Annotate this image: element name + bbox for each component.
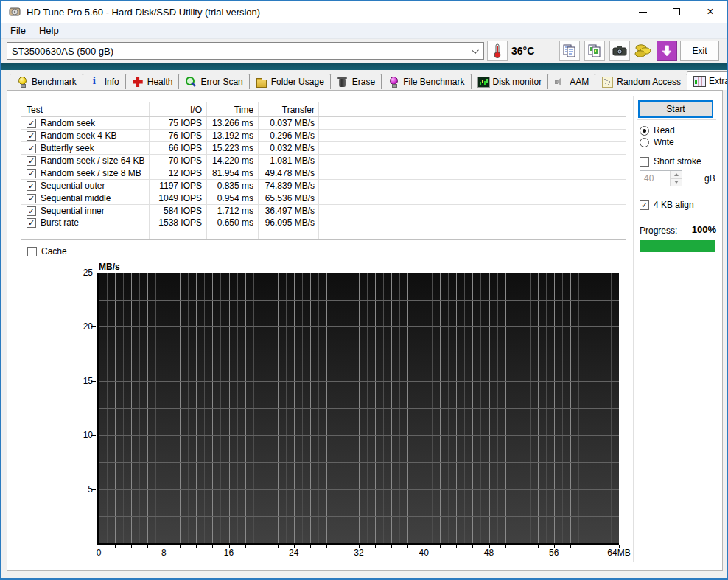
x-tick-mark: [196, 545, 197, 548]
tab-error-scan[interactable]: Error Scan: [178, 74, 249, 89]
copy-image-icon: [587, 43, 602, 58]
purple-lightbulb-icon: [388, 77, 399, 87]
x-tick-mark: [472, 545, 473, 548]
info-icon: [89, 77, 101, 87]
camera-icon: [612, 45, 627, 57]
table-filler-row: [21, 228, 626, 240]
table-chart-icon: [693, 76, 705, 86]
tab-folder-usage[interactable]: Folder Usage: [249, 74, 331, 89]
device-select[interactable]: ST3500630AS (500 gB): [7, 42, 484, 60]
test-transfer: 0.296 MB/s: [259, 130, 319, 141]
copy-text-button[interactable]: [559, 41, 580, 61]
short-stroke-size-stepper[interactable]: 40: [640, 170, 682, 186]
x-tick-mark: [505, 545, 506, 548]
x-tick-label: 24: [281, 548, 307, 558]
x-tick-label: 40: [410, 548, 437, 558]
chevron-down-icon: [472, 46, 479, 54]
test-time: 13.192 ms: [207, 130, 259, 141]
tab-disk-monitor[interactable]: Disk monitor: [471, 74, 549, 89]
tab-erase[interactable]: Erase: [330, 74, 382, 89]
cache-label: Cache: [41, 246, 67, 256]
table-row: ✓Random seek75 IOPS13.266 ms0.037 MB/s: [21, 117, 626, 130]
start-button[interactable]: Start: [638, 100, 713, 118]
read-option: Read: [640, 125, 675, 136]
test-checkbox[interactable]: ✓: [27, 119, 36, 128]
window-controls: ×: [626, 1, 727, 23]
close-button[interactable]: ×: [693, 1, 727, 23]
register-button[interactable]: [633, 41, 654, 61]
y-tick-label: 15: [72, 376, 93, 386]
minimize-button[interactable]: [626, 1, 659, 23]
trash-icon: [337, 77, 349, 87]
menubar: File Help: [1, 23, 727, 39]
test-cell: ✓Butterfly seek: [21, 142, 150, 154]
copy-image-button[interactable]: [584, 41, 605, 61]
test-checkbox[interactable]: ✓: [27, 181, 36, 191]
screenshot-button[interactable]: [609, 41, 630, 61]
speaker-icon: [554, 77, 566, 87]
temperature-button[interactable]: [487, 41, 508, 61]
tab-info[interactable]: Info: [83, 74, 126, 89]
x-tick-mark: [310, 545, 311, 548]
tab-aam[interactable]: AAM: [547, 74, 595, 89]
table-row: ✓Burst rate1538 IOPS0.650 ms96.095 MB/s: [21, 217, 626, 228]
test-checkbox[interactable]: ✓: [27, 169, 36, 178]
test-checkbox[interactable]: ✓: [27, 194, 36, 203]
menu-help[interactable]: Help: [32, 24, 66, 38]
test-time: 14.220 ms: [207, 155, 259, 167]
gridline-h: [99, 381, 619, 382]
save-results-button[interactable]: [657, 41, 677, 61]
tab-random-access[interactable]: Random Access: [595, 74, 687, 89]
test-time: 13.266 ms: [207, 117, 259, 129]
test-checkbox[interactable]: ✓: [27, 218, 36, 228]
folder-icon: [256, 77, 267, 87]
progress-label: Progress:: [640, 226, 677, 236]
x-tick-label: 64MB: [606, 548, 632, 558]
stepper-up-button[interactable]: [671, 171, 682, 178]
x-tick-mark: [229, 545, 230, 548]
read-radio[interactable]: [640, 126, 649, 136]
close-icon: ×: [707, 6, 713, 18]
tab-benchmark[interactable]: Benchmark: [10, 74, 83, 89]
test-io: 1538 IOPS: [150, 217, 207, 228]
gridline-h: [99, 489, 619, 490]
align-checkbox-box[interactable]: ✓: [640, 200, 649, 210]
test-time: 0.835 ms: [207, 180, 259, 192]
table-row: ✓Random seek / size 64 KB70 IOPS14.220 m…: [21, 155, 626, 167]
exit-button[interactable]: Exit: [680, 41, 719, 61]
x-tick-mark: [131, 545, 132, 548]
write-option: Write: [640, 137, 674, 147]
maximize-button[interactable]: [659, 1, 693, 23]
write-radio[interactable]: [640, 138, 649, 147]
x-tick-mark: [343, 545, 343, 548]
short-stroke-checkbox-box[interactable]: [640, 157, 649, 167]
test-checkbox[interactable]: ✓: [27, 206, 36, 216]
tab-file-benchmark[interactable]: File Benchmark: [381, 74, 471, 89]
y-tick-mark: [91, 435, 96, 436]
stepper-down-button[interactable]: [671, 178, 682, 186]
test-name: Butterfly seek: [41, 143, 94, 153]
cache-checkbox-box[interactable]: [27, 247, 37, 256]
tab-extra-tests[interactable]: Extra tests: [687, 71, 728, 90]
x-tick-mark: [115, 545, 116, 548]
menu-file[interactable]: File: [4, 24, 32, 38]
x-tick-mark: [391, 545, 392, 548]
x-tick-mark: [456, 545, 457, 548]
x-tick-label: 8: [150, 548, 177, 558]
table-header-row: Test I/O Time Transfer: [21, 102, 626, 117]
test-checkbox[interactable]: ✓: [27, 131, 36, 141]
test-checkbox[interactable]: ✓: [27, 156, 36, 166]
table-row: ✓Sequential middle1049 IOPS0.954 ms65.53…: [21, 192, 626, 205]
short-stroke-size-value: 40: [640, 173, 670, 184]
tab-health[interactable]: Health: [125, 74, 180, 89]
x-tick-mark: [245, 545, 246, 548]
table-row: ✓Butterfly seek66 IOPS15.223 ms0.032 MB/…: [21, 142, 626, 155]
gridline-h: [99, 462, 619, 463]
x-tick-mark: [424, 545, 424, 548]
y-tick-mark: [91, 489, 96, 490]
header-test: Test: [21, 102, 150, 116]
test-time: 0.650 ms: [207, 217, 259, 228]
test-checkbox[interactable]: ✓: [27, 144, 36, 153]
chart-plot: [97, 273, 619, 545]
x-tick-mark: [262, 545, 262, 548]
